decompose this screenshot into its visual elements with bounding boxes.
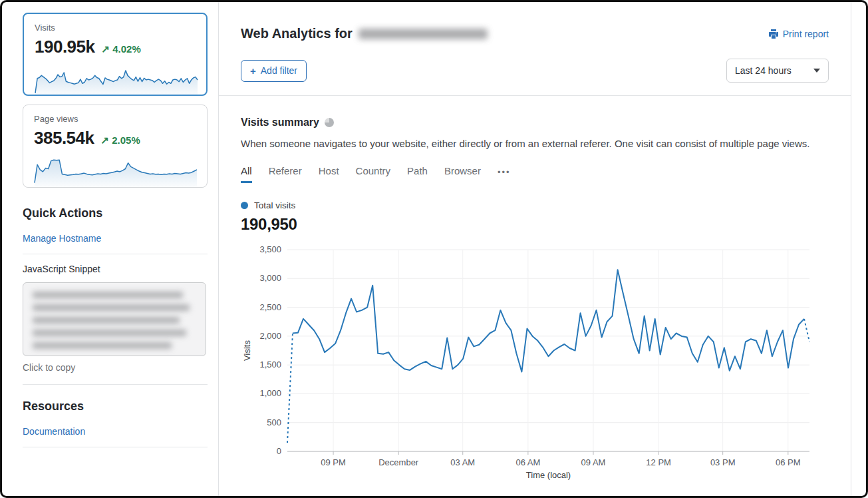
sidebar: Visits 190.95k ↗ 4.02% Page views 385.54…: [23, 13, 208, 457]
click-to-copy-hint: Click to copy: [23, 362, 208, 373]
tab-browser[interactable]: Browser: [444, 165, 481, 183]
javascript-snippet-code-box[interactable]: [23, 282, 206, 356]
visits-metric-card[interactable]: Visits 190.95k ↗ 4.02%: [23, 13, 208, 96]
svg-text:December: December: [378, 457, 419, 467]
legend-label: Total visits: [254, 200, 295, 210]
print-report-link[interactable]: Print report: [768, 29, 829, 39]
plus-icon: +: [250, 65, 256, 77]
svg-text:06 PM: 06 PM: [776, 457, 801, 467]
main-panel: Web Analytics for Print report + Add fil…: [218, 2, 851, 498]
legend-dot-icon: [241, 202, 248, 209]
visits-chart: 05001,0001,5002,0002,5003,0003,50009 PMD…: [241, 242, 829, 483]
total-visits-value: 190,950: [241, 215, 829, 234]
manage-hostname-link[interactable]: Manage Hostname: [23, 233, 101, 244]
visits-card-delta: ↗ 4.02%: [101, 43, 140, 55]
svg-text:1,500: 1,500: [259, 360, 281, 370]
more-tabs-ellipsis-icon[interactable]: •••: [498, 167, 511, 182]
add-filter-button[interactable]: + Add filter: [241, 60, 307, 82]
divider: [23, 384, 208, 385]
svg-text:500: 500: [267, 417, 281, 427]
redacted-code-line: [33, 317, 180, 324]
visits-sparkline: [35, 60, 198, 96]
quick-actions-title: Quick Actions: [23, 206, 208, 220]
visits-summary-description: When someone navigates to your website, …: [241, 138, 829, 149]
tab-host[interactable]: Host: [319, 165, 339, 183]
documentation-link[interactable]: Documentation: [23, 426, 85, 437]
svg-text:0: 0: [277, 446, 281, 456]
pageviews-sparkline: [34, 151, 198, 188]
svg-text:1,000: 1,000: [259, 388, 281, 398]
pageviews-card-label: Page views: [34, 114, 196, 124]
help-pie-icon[interactable]: [325, 118, 334, 127]
visits-card-label: Visits: [35, 23, 196, 33]
visits-summary-title: Visits summary: [241, 117, 319, 128]
svg-text:06 AM: 06 AM: [515, 457, 540, 467]
svg-text:03 PM: 03 PM: [710, 457, 736, 467]
javascript-snippet-label: JavaScript Snippet: [23, 264, 208, 274]
svg-text:09 PM: 09 PM: [321, 457, 346, 467]
visits-card-value: 190.95k: [35, 37, 94, 57]
header-divider: [219, 95, 851, 96]
svg-text:12 PM: 12 PM: [646, 457, 671, 467]
redacted-code-line: [33, 342, 172, 349]
divider: [23, 447, 208, 447]
redacted-code-line: [33, 330, 186, 336]
redacted-code-line: [33, 292, 183, 298]
svg-text:09 AM: 09 AM: [581, 457, 606, 467]
chart-legend: Total visits: [241, 200, 829, 210]
redacted-code-line: [33, 304, 190, 311]
svg-text:3,000: 3,000: [259, 273, 281, 283]
svg-text:03 AM: 03 AM: [450, 457, 475, 467]
svg-text:Visits: Visits: [242, 340, 252, 361]
svg-text:2,500: 2,500: [259, 302, 281, 312]
svg-text:3,500: 3,500: [259, 244, 281, 254]
pageviews-metric-card[interactable]: Page views 385.54k ↗ 2.05%: [23, 105, 208, 188]
resources-title: Resources: [23, 399, 208, 413]
pageviews-card-value: 385.54k: [34, 128, 94, 148]
page-title: Web Analytics for: [241, 26, 488, 41]
tab-country[interactable]: Country: [356, 165, 391, 183]
divider: [23, 254, 208, 254]
tab-referer[interactable]: Referer: [269, 165, 302, 183]
trend-up-icon: ↗: [101, 43, 110, 55]
svg-text:Time (local): Time (local): [526, 470, 571, 480]
tab-path[interactable]: Path: [407, 165, 428, 183]
redacted-domain: [359, 29, 488, 39]
printer-icon: [768, 29, 779, 39]
pageviews-card-delta: ↗ 2.05%: [100, 134, 140, 146]
tab-all[interactable]: All: [241, 165, 252, 183]
app-window: Visits 190.95k ↗ 4.02% Page views 385.54…: [0, 0, 868, 498]
trend-up-icon: ↗: [100, 134, 109, 146]
svg-text:2,000: 2,000: [259, 331, 281, 341]
visits-line-chart: 05001,0001,5002,0002,5003,0003,50009 PMD…: [241, 242, 813, 480]
summary-tabs: All Referer Host Country Path Browser ••…: [241, 165, 829, 183]
time-range-select[interactable]: Last 24 hours: [726, 59, 829, 83]
chevron-down-icon: [813, 69, 820, 73]
